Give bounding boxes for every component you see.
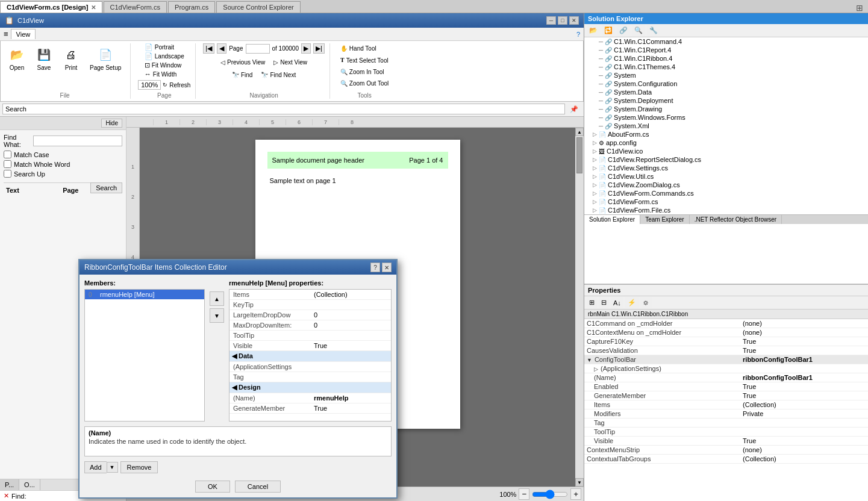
vertical-scrollbar[interactable]: ▲ ▼ — [575, 128, 584, 487]
tree-item-c1themes[interactable]: ─ 🔗 C1.Win.C1Themes.4 — [584, 63, 868, 71]
tree-item-file-cs[interactable]: ▷ 📄 C1dViewForm.File.cs — [584, 206, 868, 214]
prop-row-items[interactable]: Items (Collection) — [584, 400, 868, 409]
add-main-button[interactable]: Add — [84, 461, 107, 473]
expand-12[interactable]: ▷ — [593, 140, 597, 146]
prop-row-enabled[interactable]: Enabled True — [584, 382, 868, 391]
expand-17[interactable]: ▷ — [593, 182, 597, 188]
props-btn-az[interactable]: A↓ — [611, 297, 623, 308]
dprop-dname[interactable]: (Name) rmenuHelp — [229, 393, 391, 403]
scroll-up-button[interactable]: ▲ — [575, 128, 584, 136]
props-btn-4[interactable]: ⛭ — [640, 297, 652, 308]
dprop-tag[interactable]: Tag — [229, 372, 391, 382]
prop-row-modifiers[interactable]: Modifiers Private — [584, 409, 868, 419]
expand-14[interactable]: ▷ — [593, 157, 597, 163]
tree-item-aboutform[interactable]: ▷ 📄 AboutForm.cs — [584, 130, 868, 138]
tree-item-sys-data[interactable]: ─ 🔗 System.Data — [584, 88, 868, 96]
open-button[interactable]: 📂 Open — [4, 43, 30, 74]
dprop-visible[interactable]: Visible True — [229, 341, 391, 351]
se-tab-team[interactable]: Team Explorer — [640, 215, 689, 224]
zoom-slider[interactable] — [532, 490, 568, 499]
prop-row-contextual[interactable]: ContextualTabGroups (Collection) — [584, 455, 868, 464]
tree-item-commands[interactable]: ▷ 📄 C1dViewForm.Commands.cs — [584, 189, 868, 198]
prop-row-c1command[interactable]: C1Command on _cmdHolder (none) — [584, 319, 868, 328]
quick-access-icon[interactable]: ≡ — [4, 30, 8, 39]
prop-row-visible[interactable]: Visible True — [584, 437, 868, 446]
page-input[interactable] — [246, 44, 270, 54]
prop-row-name[interactable]: (Name) ribbonConfigToolBar1 — [584, 373, 868, 382]
expand-20[interactable]: ▷ — [593, 207, 597, 213]
expand-11[interactable]: ▷ — [593, 131, 597, 137]
sol-btn-1[interactable]: 📂 — [587, 25, 600, 36]
print-button[interactable]: 🖨 Print — [58, 43, 84, 74]
expand-16[interactable]: ▷ — [593, 173, 597, 179]
hand-tool-button[interactable]: ✋ Hand Tool — [337, 43, 392, 54]
match-case-checkbox[interactable] — [4, 151, 11, 158]
tab-source[interactable]: Source Control Explorer — [216, 1, 300, 13]
scroll-track[interactable] — [575, 136, 584, 478]
remove-button[interactable]: Remove — [120, 461, 158, 473]
cancel-button[interactable]: Cancel — [235, 481, 281, 493]
next-view-button[interactable]: ▷ Next View — [270, 57, 310, 67]
save-button[interactable]: 💾 Save — [31, 43, 57, 74]
expand-18[interactable]: ▷ — [593, 190, 597, 196]
se-tab-reflector[interactable]: .NET Reflector Object Browser — [690, 215, 782, 224]
members-list[interactable]: 0 rmenuHelp [Menu] — [84, 289, 205, 422]
zoom-input[interactable] — [138, 80, 161, 90]
ok-button[interactable]: OK — [195, 481, 230, 493]
prop-row-appsettings[interactable]: ▷(ApplicationSettings) — [584, 364, 868, 373]
view-tab[interactable]: View — [11, 29, 36, 39]
se-tab-solution[interactable]: Solution Explorer — [584, 215, 640, 224]
move-down-button[interactable]: ▼ — [210, 308, 224, 323]
sol-btn-4[interactable]: 🔍 — [632, 25, 645, 36]
hide-button[interactable]: Hide — [101, 119, 122, 128]
prop-row-causes[interactable]: CausesValidation True — [584, 346, 868, 355]
prev-view-button[interactable]: ◁ Previous View — [217, 57, 268, 67]
tree-item-sys-config[interactable]: ─ 🔗 System.Configuration — [584, 79, 868, 88]
tree-item-c1ribbon[interactable]: ─ 🔗 C1.Win.C1Ribbon.4 — [584, 54, 868, 63]
tree-item-c1report[interactable]: ─ 🔗 C1.Win.C1Report.4 — [584, 46, 868, 54]
sol-btn-2[interactable]: 🔁 — [602, 25, 615, 36]
zoom-in-btn[interactable]: + — [570, 488, 581, 500]
zoom-in-tool-button[interactable]: 🔍 Zoom In Tool — [337, 67, 392, 77]
dprop-keytip[interactable]: KeyTip — [229, 300, 391, 310]
dprop-large[interactable]: LargeItemDropDow 0 — [229, 310, 391, 320]
expand-icon[interactable]: ⊞ — [856, 3, 868, 13]
prev-page-button[interactable]: ◀ — [217, 43, 226, 54]
tab-design[interactable]: C1dViewForm.cs [Design] ✕ — [0, 1, 102, 13]
dialog-close-button[interactable]: ✕ — [382, 263, 392, 272]
prop-row-contextmenu[interactable]: ContextMenuStrip (none) — [584, 446, 868, 455]
find-tab-p[interactable]: P... — [0, 479, 19, 490]
tab-design-close[interactable]: ✕ — [91, 4, 96, 11]
expand-19[interactable]: ▷ — [593, 199, 597, 205]
help-icon[interactable]: ? — [576, 31, 580, 38]
last-page-button[interactable]: ▶| — [313, 43, 325, 54]
search-pin-button[interactable]: 📌 — [567, 104, 581, 114]
dprop-tooltip[interactable]: ToolTip — [229, 331, 391, 341]
search-input[interactable] — [2, 104, 565, 114]
tree-item-appconfig[interactable]: ▷ ⚙ app.config — [584, 138, 868, 147]
tab-program[interactable]: Program.cs — [168, 1, 215, 13]
prop-row-configtoolbar[interactable]: ▼ConfigToolBar ribbonConfigToolBar1 — [584, 355, 868, 364]
search-up-checkbox[interactable] — [4, 170, 11, 178]
tree-item-util[interactable]: ▷ 📄 C1dView.Util.cs — [584, 172, 868, 181]
dialog-props-area[interactable]: Items (Collection) KeyTip LargeItemDropD… — [229, 289, 392, 422]
expand-15[interactable]: ▷ — [593, 165, 597, 171]
properties-scroll[interactable]: C1Command on _cmdHolder (none) C1Context… — [584, 319, 868, 488]
props-btn-1[interactable]: ⊞ — [587, 297, 597, 308]
next-page-button[interactable]: ▶ — [301, 43, 311, 54]
find-tab-o[interactable]: O... — [19, 479, 40, 490]
window-maximize[interactable]: □ — [558, 16, 567, 25]
first-page-button[interactable]: |◀ — [203, 43, 214, 54]
dprop-items[interactable]: Items (Collection) — [229, 290, 391, 300]
prop-row-tag[interactable]: Tag — [584, 419, 868, 428]
page-setup-button[interactable]: 📄 Page Setup — [86, 43, 125, 74]
zoom-out-btn[interactable]: − — [519, 488, 529, 500]
scroll-down-button[interactable]: ▼ — [575, 478, 584, 487]
add-dropdown-button[interactable]: ▼ — [107, 462, 118, 473]
props-btn-3[interactable]: ⚡ — [625, 297, 639, 308]
find-what-input[interactable] — [33, 135, 122, 146]
dprop-appsettings[interactable]: (ApplicationSettings — [229, 362, 391, 372]
sol-btn-5[interactable]: 🔧 — [647, 25, 660, 36]
prop-row-generatemember[interactable]: GenerateMember True — [584, 391, 868, 400]
move-up-button[interactable]: ▲ — [210, 291, 224, 306]
